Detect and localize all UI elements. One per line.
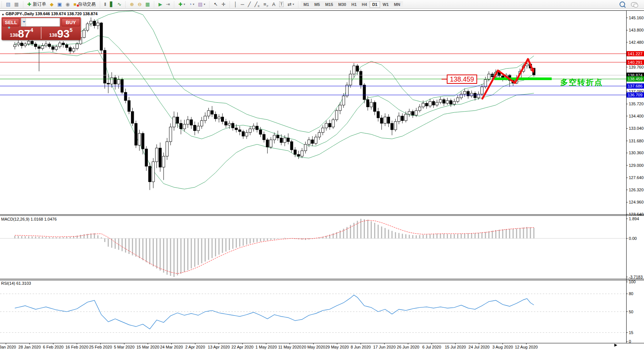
price-pane[interactable] (14, 11, 535, 190)
indicators-button[interactable]: ✚▾ (176, 1, 187, 8)
price-axis[interactable]: 145.160143.800142.480139.760137.080135.7… (626, 16, 644, 344)
cursor-icon[interactable]: ↖ (212, 1, 219, 8)
date-label: 28 Jan 2020 (19, 345, 41, 349)
horizontal-line-icon[interactable]: ─ (239, 1, 246, 8)
auto-scroll-icon[interactable]: ▶ (156, 1, 164, 8)
vertical-line-icon[interactable]: │ (232, 1, 239, 8)
sell-button[interactable]: SELL (2, 18, 19, 26)
candle (24, 44, 26, 46)
timeframe-m1[interactable]: M1 (301, 1, 311, 8)
terminal-icon[interactable]: ▣ (56, 1, 64, 8)
macd-tick-label: -3.7183 (629, 275, 643, 279)
periods-button: ◔ (189, 2, 192, 7)
macd-pane[interactable] (0, 219, 626, 277)
candle (207, 110, 210, 116)
chat-icon[interactable] (631, 2, 637, 7)
time-axis[interactable]: 9 Jan 202028 Jan 20206 Feb 202016 Feb 20… (0, 343, 617, 349)
arrows-icon[interactable]: ⇄▾ (285, 1, 296, 8)
chinese-note-text[interactable]: 多空转折点 (560, 78, 603, 87)
crosshair-icon: ✛ (221, 2, 225, 7)
text-label-icon[interactable]: T (277, 1, 286, 8)
macd-histogram-bar (412, 235, 413, 238)
line-chart-icon: ∿ (117, 2, 121, 7)
rsi-pane[interactable] (0, 294, 626, 332)
market-watch-icon[interactable]: ▤ (4, 1, 12, 8)
timeframe-mn[interactable]: MN (391, 1, 403, 8)
macd-histogram-bar (523, 228, 524, 238)
macd-histogram-bar (381, 227, 382, 238)
templates-button[interactable]: ▤▾ (196, 1, 207, 8)
macd-histogram-bar (426, 235, 427, 238)
autotrading-button[interactable]: ■自动交易 (72, 1, 98, 8)
date-label: 8 Jun 2020 (351, 345, 371, 349)
periods-button[interactable]: ◔▾ (187, 1, 196, 8)
volume-decrease-button[interactable] (21, 18, 26, 26)
price-chart-svg[interactable]: 138.459多空转折点145.160143.800142.480139.760… (0, 9, 644, 350)
macd-tick-label: 1.894 (629, 217, 639, 221)
price-tick-label: 129.000 (629, 163, 644, 168)
zoom-out-icon[interactable]: ⊖ (136, 1, 143, 8)
candle (131, 112, 134, 123)
buy-button[interactable]: BUY (62, 18, 80, 26)
macd-histogram-bar (180, 238, 181, 274)
candle (474, 93, 476, 98)
fibonacci-icon[interactable]: ≡F (262, 1, 270, 8)
text-icon[interactable]: A (270, 1, 277, 8)
bar-chart-icon[interactable]: ‖ (102, 1, 108, 8)
macd-histogram-bar (364, 219, 365, 238)
macd-histogram-bar (90, 234, 92, 238)
chart-shift-icon[interactable]: ⇥ (164, 1, 172, 8)
candle (204, 116, 207, 120)
macd-histogram-bar (125, 238, 126, 252)
mql5-market-icon: ◆ (50, 2, 54, 7)
support-zone-bar[interactable] (494, 77, 552, 80)
macd-histogram-bar (187, 238, 188, 270)
macd-histogram-bar (512, 229, 513, 238)
candle (225, 122, 227, 125)
candle (17, 43, 20, 45)
price-tick-label: 134.400 (629, 114, 644, 118)
timeframe-h4[interactable]: H4 (359, 1, 370, 8)
new-order-button[interactable]: ✚新订单 (26, 1, 48, 8)
timeframe-m30[interactable]: M30 (336, 1, 349, 8)
data-window-icon[interactable]: ▦ (12, 1, 20, 8)
candle (422, 103, 425, 107)
price-badge-label: 136.709 (628, 93, 643, 97)
candle (162, 156, 165, 167)
candle (432, 102, 435, 105)
candle (370, 102, 373, 107)
timeframe-m15[interactable]: M15 (323, 1, 336, 8)
search-icon[interactable] (620, 1, 625, 7)
symbol-info: ▲GBPJPY-,Daily 139.646 139.674 138.720 1… (1, 11, 98, 16)
sell-price[interactable]: 138874 (2, 27, 41, 39)
macd-indicator-label: MACD(12,26,9) 1.0168 1.0476 (1, 217, 57, 221)
arrows-icon: ⇄ (287, 2, 291, 7)
candle (325, 123, 327, 128)
candle (297, 154, 300, 156)
macd-histogram-bar (135, 238, 136, 257)
candle (294, 150, 296, 154)
candle (391, 123, 393, 130)
candle (183, 124, 186, 129)
candle (449, 100, 452, 104)
volume-input[interactable] (26, 18, 60, 26)
macd-histogram-bar (42, 237, 43, 238)
tile-windows-icon[interactable]: ▦ (143, 1, 152, 8)
mql5-market-icon[interactable]: ◆ (48, 1, 56, 8)
candle (96, 23, 99, 26)
line-chart-icon[interactable]: ∿ (115, 1, 123, 8)
timeframe-h1[interactable]: H1 (349, 1, 359, 8)
buy-price[interactable]: 138935 (42, 27, 80, 39)
trendline-icon[interactable]: ╱ (246, 1, 253, 8)
candle (228, 123, 231, 125)
timeframe-d1[interactable]: D1 (370, 1, 380, 8)
crosshair-icon[interactable]: ✛ (219, 1, 227, 8)
equidistant-channel-icon[interactable]: ╱E (252, 1, 261, 8)
candlestick-chart-icon[interactable]: ▋ (108, 1, 115, 8)
macd-histogram-bar (436, 234, 437, 238)
zoom-in-icon[interactable]: ⊕ (128, 1, 136, 8)
timeframe-w1[interactable]: W1 (380, 1, 392, 8)
news-icon[interactable]: ◉ (64, 1, 72, 8)
chart-area[interactable]: 138.459多空转折点145.160143.800142.480139.760… (0, 9, 644, 350)
timeframe-m5[interactable]: M5 (312, 1, 323, 8)
